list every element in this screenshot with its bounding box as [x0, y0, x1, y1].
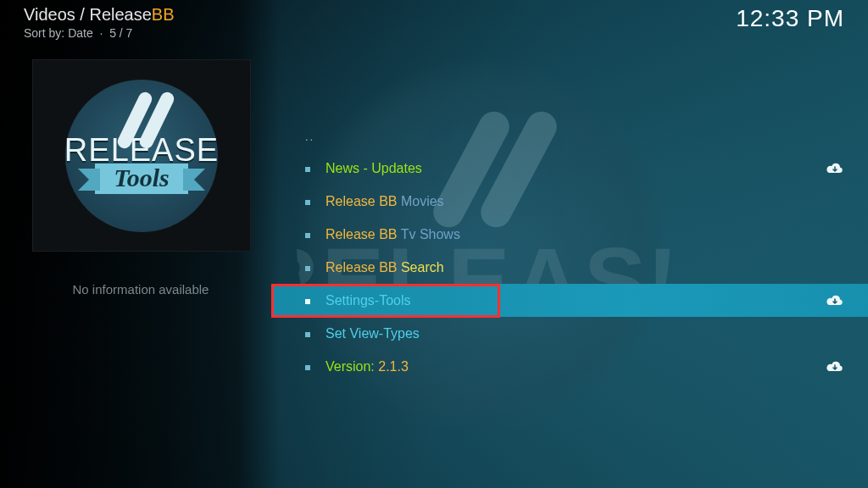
breadcrumb-accent: BB [152, 5, 175, 24]
list-item-label: Version: [326, 359, 378, 374]
bullet-icon [305, 332, 310, 337]
list-item[interactable]: Release BB Movies [271, 185, 868, 218]
cloud-download-icon [826, 294, 844, 308]
list-item-label: News - Updates [326, 161, 422, 175]
breadcrumb: Videos / ReleaseBB [24, 5, 175, 25]
cloud-download-icon [826, 360, 844, 374]
bullet-icon [305, 200, 310, 205]
sidebar: RELEASE Tools No information available [32, 59, 249, 297]
list-item-label: Tv Shows [401, 227, 460, 241]
list-item-label: Release BB [326, 260, 401, 274]
list-item-label: Set View-Types [326, 326, 420, 341]
list-position: 5 / 7 [109, 26, 132, 40]
info-panel: No information available [32, 282, 249, 297]
list-item-label: Release BB [326, 194, 401, 208]
addon-logo: RELEASE Tools [65, 80, 218, 232]
addon-thumbnail: RELEASE Tools [32, 59, 251, 252]
sort-info: Sort by: Date · 5 / 7 [24, 26, 175, 40]
bullet-icon [305, 299, 310, 304]
bullet-icon [305, 266, 310, 271]
bullet-icon [305, 365, 310, 370]
list-item[interactable]: Release BB Search [271, 251, 868, 284]
list-item[interactable]: News - Updates [271, 152, 868, 185]
clock: 12:33 PM [736, 5, 844, 32]
list-item-label: 2.1.3 [378, 359, 409, 374]
list-item[interactable]: Release BB Tv Shows [271, 218, 868, 251]
list-item-label: Settings-Tools [326, 293, 411, 308]
bullet-icon [305, 233, 310, 238]
main-menu-list: .. News - UpdatesRelease BB MoviesReleas… [271, 125, 868, 383]
list-item-label: Release BB [326, 227, 401, 241]
sort-label: Sort by: Date [24, 26, 93, 40]
cloud-download-icon [826, 162, 844, 175]
list-item[interactable]: Set View-Types [271, 317, 868, 350]
list-item[interactable]: Version: 2.1.3 [271, 350, 868, 383]
header-left: Videos / ReleaseBB Sort by: Date · 5 / 7 [24, 5, 175, 40]
list-item[interactable]: Settings-Tools [271, 284, 868, 317]
list-item-label: Search [401, 260, 444, 274]
logo-ribbon: Tools [95, 164, 188, 194]
list-parent-link[interactable]: .. [271, 125, 868, 152]
list-item-label: Movies [401, 194, 444, 208]
breadcrumb-path: Videos / Release [24, 5, 152, 24]
bullet-icon [305, 167, 310, 172]
